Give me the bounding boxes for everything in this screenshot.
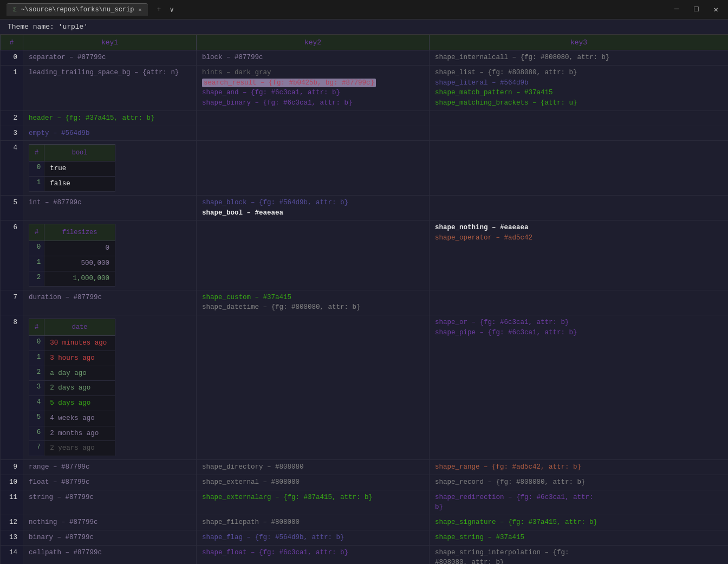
cell-key1-5: int – #87799c [23, 195, 197, 221]
minimize-button[interactable]: ─ [671, 4, 682, 15]
col-key1-header: key1 [23, 35, 197, 50]
cell-key2-0: block – #87799c [197, 50, 430, 66]
tab-label: ~\source\repos\forks\nu_scrip [21, 6, 134, 14]
cell-k1-13: binary – #87799c [23, 530, 197, 545]
new-tab-button[interactable]: + [152, 5, 165, 14]
cell-k3-13: shape_string – #37a415 [430, 530, 729, 545]
titlebar-controls: ─ □ ✕ [671, 4, 722, 15]
cell-key1-0: separator – #87799c [23, 50, 197, 66]
cell-k2-13: shape_flag – {fg: #564d9b, attr: b} [197, 530, 430, 545]
table-row: 2header – {fg: #37a415, attr: b} [1, 111, 729, 126]
maximize-button[interactable]: □ [691, 4, 701, 15]
cell-key1-7: duration – #87799c [23, 290, 197, 315]
cell-k2-12: shape_filepath – #808080 [197, 515, 430, 530]
table-row: 9range – #87799cshape_directory – #80808… [1, 460, 729, 475]
cell-key1-3: empty – #564d9b [23, 126, 197, 141]
cell-k3-14: shape_string_interpolation – {fg:#808080… [430, 545, 729, 564]
table-row: 5int – #87799cshape_block – {fg: #564d9b… [1, 195, 729, 221]
table-row: 13binary – #87799cshape_flag – {fg: #564… [1, 530, 729, 545]
theme-bar: Theme name: 'urple' [0, 20, 728, 35]
table-row: 14cellpath – #87799cshape_float – {fg: #… [1, 545, 729, 564]
col-num-header: # [1, 35, 23, 50]
cell-key3-5 [430, 195, 729, 221]
table-row: 0separator – #87799cblock – #87799cshape… [1, 50, 729, 66]
cell-key2-2 [197, 111, 430, 126]
theme-name-text: Theme name: 'urple' [8, 23, 88, 31]
table-row: 8#date030 minutes ago13 hours ago2a day … [1, 315, 729, 460]
tab-close-button[interactable]: ✕ [138, 7, 141, 13]
table-row: 11string – #87799cshape_externalarg – {f… [1, 490, 729, 515]
cell-k2-10: shape_external – #808080 [197, 475, 430, 490]
cell-k2-9: shape_directory – #808080 [197, 460, 430, 475]
data-table: # key1 key2 key3 0separator – #87799cblo… [0, 35, 728, 564]
cell-k1-10: float – #87799c [23, 475, 197, 490]
cell-key1-1: leading_trailing_space_bg – {attr: n} [23, 65, 197, 111]
cell-k1-9: range – #87799c [23, 460, 197, 475]
cell-key1-4: #bool0true1false [23, 141, 197, 196]
cell-k1-14: cellpath – #87799c [23, 545, 197, 564]
cell-k2-14: shape_float – {fg: #6c3ca1, attr: b} [197, 545, 430, 564]
col-key2-header: key2 [197, 35, 430, 50]
cell-key3-4 [430, 141, 729, 196]
table-row: 7duration – #87799cshape_custom – #37a41… [1, 290, 729, 315]
cell-k3-12: shape_signature – {fg: #37a415, attr: b} [430, 515, 729, 530]
col-key3-header: key3 [430, 35, 729, 50]
cell-key1-8: #date030 minutes ago13 hours ago2a day a… [23, 315, 197, 460]
cell-key2-6 [197, 221, 430, 290]
cell-key3-3 [430, 126, 729, 141]
cell-key2-7: shape_custom – #37a415shape_datetime – {… [197, 290, 430, 315]
cell-key2-8 [197, 315, 430, 460]
table-row: 12nothing – #87799cshape_filepath – #808… [1, 515, 729, 530]
cell-key1-6: #filesizes001500,00021,000,000 [23, 221, 197, 290]
main-area: # key1 key2 key3 0separator – #87799cblo… [0, 35, 728, 564]
cell-k3-9: shape_range – {fg: #ad5c42, attr: b} [430, 460, 729, 475]
table-row: 4#bool0true1false [1, 141, 729, 196]
cell-k2-11: shape_externalarg – {fg: #37a415, attr: … [197, 490, 430, 515]
cell-key3-1: shape_list – {fg: #808080, attr: b}shape… [430, 65, 729, 111]
cell-key2-4 [197, 141, 430, 196]
cell-k1-11: string – #87799c [23, 490, 197, 515]
cell-key3-7 [430, 290, 729, 315]
cell-k3-11: shape_redirection – {fg: #6c3ca1, attr:b… [430, 490, 729, 515]
table-row: 3empty – #564d9b [1, 126, 729, 141]
cell-key3-2 [430, 111, 729, 126]
cell-key3-6: shape_nothing – #eaeaeashape_operator – … [430, 221, 729, 290]
tab[interactable]: Σ ~\source\repos\forks\nu_scrip ✕ [6, 3, 148, 16]
window-close-button[interactable]: ✕ [711, 4, 722, 15]
tab-icon: Σ [13, 7, 17, 13]
cell-key3-0: shape_internalcall – {fg: #808080, attr:… [430, 50, 729, 66]
titlebar-left: Σ ~\source\repos\forks\nu_scrip ✕ + ∨ [6, 3, 174, 16]
cell-k3-10: shape_record – {fg: #808080, attr: b} [430, 475, 729, 490]
cell-k1-12: nothing – #87799c [23, 515, 197, 530]
table-row: 1leading_trailing_space_bg – {attr: n}hi… [1, 65, 729, 111]
cell-key1-2: header – {fg: #37a415, attr: b} [23, 111, 197, 126]
cell-key2-1: hints – dark_graysearch_result – {fg: #b… [197, 65, 430, 111]
cell-key2-5: shape_block – {fg: #564d9b, attr: b}shap… [197, 195, 430, 221]
titlebar: Σ ~\source\repos\forks\nu_scrip ✕ + ∨ ─ … [0, 0, 728, 20]
cell-key3-8: shape_or – {fg: #6c3ca1, attr: b}shape_p… [430, 315, 729, 460]
table-row: 10float – #87799cshape_external – #80808… [1, 475, 729, 490]
cell-key2-3 [197, 126, 430, 141]
table-row: 6#filesizes001500,00021,000,000shape_not… [1, 221, 729, 290]
tab-dropdown-button[interactable]: ∨ [170, 5, 174, 14]
